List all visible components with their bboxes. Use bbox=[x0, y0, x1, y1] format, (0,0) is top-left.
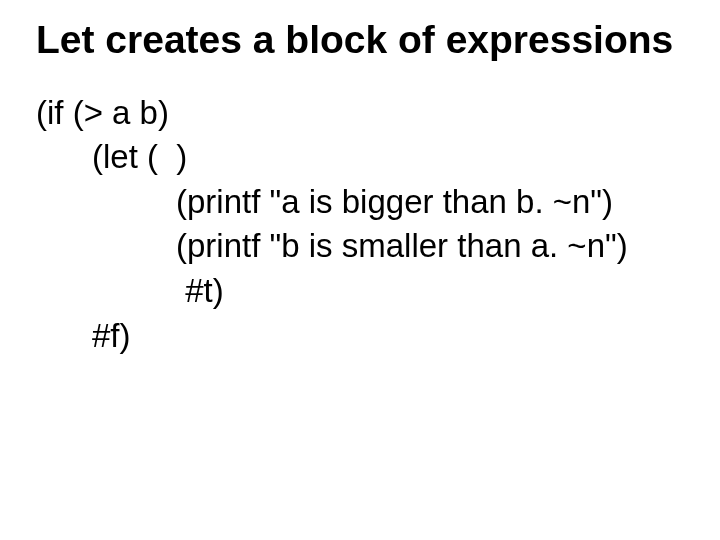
code-line-5: #t) bbox=[36, 269, 684, 314]
code-line-2: (let ( ) bbox=[36, 135, 684, 180]
code-block: (if (> a b) (let ( ) (printf "a is bigge… bbox=[36, 91, 684, 358]
code-line-4: (printf "b is smaller than a. ~n") bbox=[36, 224, 684, 269]
code-line-3: (printf "a is bigger than b. ~n") bbox=[36, 180, 684, 225]
slide-title: Let creates a block of expressions bbox=[36, 18, 684, 63]
code-line-1: (if (> a b) bbox=[36, 91, 684, 136]
code-line-6: #f) bbox=[36, 314, 684, 359]
slide: Let creates a block of expressions (if (… bbox=[0, 0, 720, 540]
